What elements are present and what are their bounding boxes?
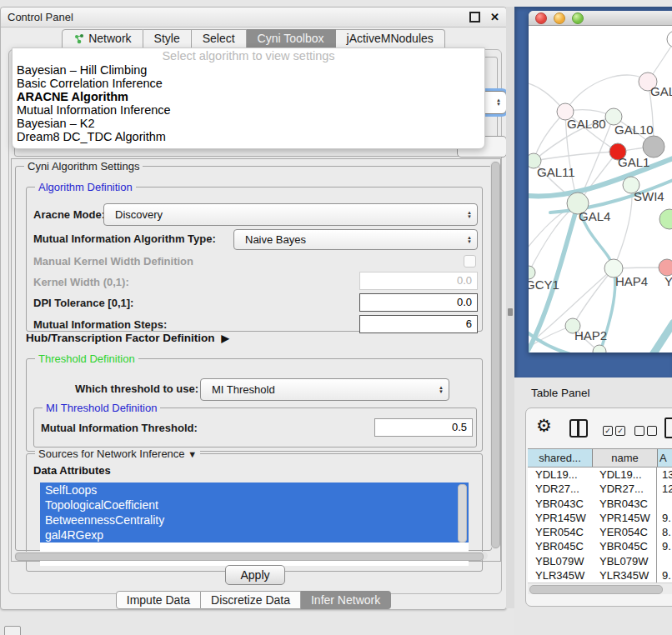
table-cell[interactable]: YBR045C bbox=[592, 539, 657, 553]
arrow-down-icon[interactable]: ▼ bbox=[188, 449, 197, 459]
column-header[interactable]: shared... bbox=[528, 449, 593, 467]
table-cell[interactable]: YER054C bbox=[528, 525, 592, 539]
table-cell[interactable]: 13 bbox=[657, 468, 672, 482]
mi-type-combobox[interactable]: Naive Bayes ▲▼ bbox=[233, 229, 478, 250]
hub-definition-expander[interactable]: Hub/Transcription Factor Definition▶ bbox=[26, 332, 229, 344]
aracne-mode-combobox[interactable]: Discovery ▲▼ bbox=[103, 203, 478, 226]
deselect-all-columns-icon[interactable] bbox=[634, 422, 659, 438]
table-cell[interactable]: YBR045C bbox=[528, 539, 592, 553]
table-cell[interactable]: YBR043C bbox=[592, 497, 657, 511]
tab-impute-data[interactable]: Impute Data bbox=[116, 591, 201, 609]
mi-threshold-input[interactable]: 0.5 bbox=[374, 418, 473, 437]
manual-kernel-checkbox[interactable] bbox=[464, 255, 476, 268]
algorithm-option[interactable]: Bayesian – K2 bbox=[13, 117, 484, 130]
panel-divider[interactable] bbox=[506, 7, 514, 608]
table-cell[interactable]: YER054C bbox=[592, 525, 657, 539]
settings-horizontal-scrollbar[interactable] bbox=[14, 552, 488, 560]
table-cell[interactable]: YBL079W bbox=[528, 554, 592, 568]
table-row[interactable]: YDL19...YDL19...13 bbox=[528, 468, 672, 482]
table-row[interactable]: YBR043CYBR043C bbox=[528, 497, 672, 511]
table-row[interactable]: YDR27...YDR27...12 bbox=[528, 482, 672, 496]
table-cell[interactable] bbox=[657, 497, 672, 511]
traffic-light-close-icon[interactable] bbox=[535, 12, 547, 24]
tab-cyni-toolbox[interactable]: Cyni Toolbox bbox=[247, 29, 336, 48]
network-node[interactable] bbox=[593, 345, 606, 352]
divider-handle-icon[interactable] bbox=[508, 308, 513, 316]
desktop-background: GALGAL80GAL10GAL1GAL11SWI4GAL4GCY1HAP4YH… bbox=[514, 7, 672, 378]
network-node[interactable] bbox=[659, 209, 672, 229]
tab-style[interactable]: Style bbox=[143, 29, 192, 48]
kernel-width-input[interactable]: 0.0 bbox=[359, 272, 478, 290]
close-icon[interactable]: ✕ bbox=[490, 11, 499, 23]
algorithm-option[interactable]: Mutual Information Inference bbox=[13, 103, 484, 117]
dpi-tolerance-input[interactable]: 0.0 bbox=[359, 293, 478, 312]
screen: Control Panel ✕ Network Style Select Cyn… bbox=[0, 0, 672, 635]
column-header[interactable]: name bbox=[593, 449, 658, 467]
table-cell[interactable]: 9. bbox=[657, 568, 672, 582]
table-cell[interactable]: YBL079W bbox=[592, 554, 657, 568]
attribute-item[interactable]: TopologicalCoefficient bbox=[40, 498, 469, 512]
table-cell[interactable]: 12 bbox=[657, 482, 672, 496]
scrollbar-thumb[interactable] bbox=[529, 585, 663, 594]
network-canvas[interactable]: GALGAL80GAL10GAL1GAL11SWI4GAL4GCY1HAP4YH… bbox=[529, 26, 672, 352]
table-cell[interactable]: YPR145W bbox=[592, 511, 657, 525]
table-cell[interactable]: YDL19... bbox=[528, 468, 592, 482]
table-cell[interactable]: YLR345W bbox=[528, 568, 592, 582]
table-cell[interactable]: YPR145W bbox=[528, 511, 592, 525]
table-cell[interactable]: 8. bbox=[657, 525, 672, 539]
table-cell[interactable]: 9. bbox=[657, 511, 672, 525]
table-cell[interactable]: YDR27... bbox=[592, 482, 657, 496]
settings-vertical-scrollbar[interactable] bbox=[490, 161, 499, 549]
table-cell[interactable]: 9. bbox=[657, 539, 672, 553]
traffic-light-minimize-icon[interactable] bbox=[554, 12, 565, 24]
settings-scrollpane: Cyni Algorithm Settings Algorithm Defini… bbox=[11, 158, 501, 562]
table-row[interactable]: YLR345WYLR345W9. bbox=[528, 568, 672, 582]
document-icon[interactable] bbox=[664, 418, 672, 438]
table-cell[interactable]: YDR27... bbox=[528, 482, 592, 496]
tab-discretize-data[interactable]: Discretize Data bbox=[201, 591, 301, 609]
select-all-columns-icon[interactable]: ✓✓ bbox=[603, 422, 628, 438]
tab-jactivemnodules[interactable]: jActiveMNodules bbox=[336, 29, 445, 48]
network-node[interactable] bbox=[659, 259, 672, 276]
attributes-scrollbar[interactable] bbox=[458, 484, 467, 542]
which-threshold-combobox[interactable]: MI Threshold ▲▼ bbox=[200, 378, 449, 401]
columns-icon[interactable] bbox=[569, 419, 588, 438]
apply-button[interactable]: Apply bbox=[225, 565, 285, 585]
table-row[interactable]: YER054CYER054C8. bbox=[528, 525, 672, 539]
attribute-item[interactable]: BetweennessCentrality bbox=[40, 512, 469, 528]
mi-steps-input[interactable]: 6 bbox=[359, 315, 478, 333]
algorithm-option[interactable]: Dream8 DC_TDC Algorithm bbox=[13, 130, 484, 143]
tab-label: Network bbox=[88, 30, 131, 48]
table-cell[interactable]: YDL19... bbox=[592, 468, 657, 482]
float-window-icon[interactable] bbox=[469, 12, 480, 22]
attribute-item[interactable]: SelfLoops bbox=[40, 482, 469, 498]
scrollbar-thumb[interactable] bbox=[15, 552, 484, 561]
which-threshold-label: Which threshold to use: bbox=[75, 382, 198, 395]
network-node-label: GCY1 bbox=[529, 278, 559, 292]
algorithm-option[interactable]: Basic Correlation Inference bbox=[13, 77, 484, 90]
algorithm-option[interactable]: Bayesian – Hill Climbing bbox=[13, 63, 484, 77]
algorithm-option[interactable]: ARACNE Algorithm bbox=[13, 90, 484, 103]
table-horizontal-scrollbar[interactable] bbox=[528, 582, 672, 594]
tab-select[interactable]: Select bbox=[192, 29, 247, 48]
table-cell[interactable]: YLR345W bbox=[592, 568, 657, 582]
tab-network[interactable]: Network bbox=[62, 29, 143, 48]
gear-icon[interactable]: ⚙ bbox=[536, 416, 552, 436]
table-cell[interactable]: YBR043C bbox=[528, 497, 592, 511]
table-row[interactable]: YBR045CYBR045C9. bbox=[528, 539, 672, 553]
arrow-right-icon: ▶ bbox=[222, 332, 229, 344]
tab-infer-network[interactable]: Infer Network bbox=[301, 591, 391, 609]
traffic-light-zoom-icon[interactable] bbox=[572, 12, 584, 24]
table-cell[interactable] bbox=[657, 554, 672, 568]
network-node[interactable] bbox=[667, 31, 672, 48]
scrollbar-thumb[interactable] bbox=[491, 162, 500, 548]
attribute-item[interactable]: gal4RGexp bbox=[40, 528, 469, 542]
table-row[interactable]: YBL079WYBL079W bbox=[528, 554, 672, 568]
combo-stepper-icon: ▲▼ bbox=[467, 211, 472, 219]
panel-corner-button[interactable] bbox=[4, 626, 21, 635]
table-row[interactable]: YPR145WYPR145W9. bbox=[528, 511, 672, 525]
network-graph-icon bbox=[73, 33, 84, 44]
network-edge bbox=[534, 152, 618, 161]
checked-box-icon: ✓ bbox=[603, 426, 613, 436]
column-header[interactable]: A bbox=[658, 449, 672, 467]
